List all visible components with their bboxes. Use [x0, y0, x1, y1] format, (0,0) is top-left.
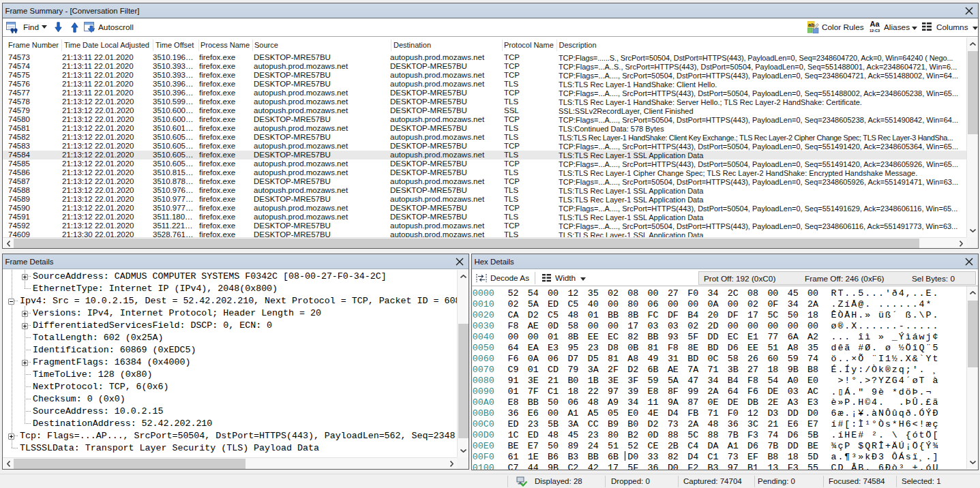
svg-text:ab: ab [808, 22, 814, 28]
